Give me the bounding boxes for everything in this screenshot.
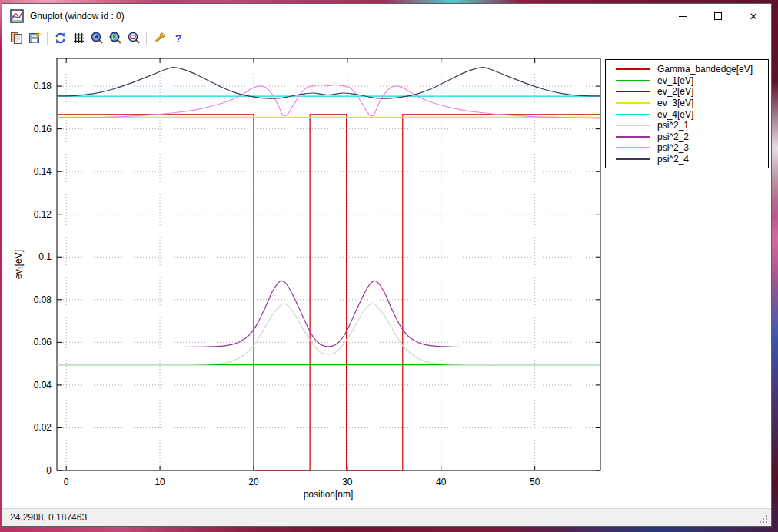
legend-label: ev_1[eV] <box>657 75 693 86</box>
svg-text:50: 50 <box>530 477 540 487</box>
legend-item: psi^2_4 <box>606 154 768 165</box>
settings-wrench-icon <box>153 32 166 45</box>
settings-button[interactable] <box>150 30 168 47</box>
zoom-next-button[interactable] <box>106 30 125 47</box>
svg-text:20: 20 <box>248 477 259 487</box>
legend-label: psi^2_1 <box>657 120 689 131</box>
legend-label: Gamma_bandedge[eV] <box>657 64 753 75</box>
svg-text:?: ? <box>175 32 181 45</box>
legend-item: ev_4[eV] <box>606 108 768 120</box>
legend-item: psi^2_2 <box>606 131 768 143</box>
svg-text:30: 30 <box>342 477 353 487</box>
plot-canvas[interactable]: 0102030405000.020.040.060.080.10.120.140… <box>2 48 771 508</box>
legend: Gamma_bandedge[eV]ev_1[eV]ev_2[eV]ev_3[e… <box>605 59 769 168</box>
zoom-previous-icon <box>91 32 104 45</box>
zoom-next-icon <box>109 32 122 45</box>
gnuplot-app-icon <box>10 9 24 23</box>
svg-text:0.02: 0.02 <box>34 422 52 433</box>
toolbar-separator <box>47 32 48 45</box>
zoom-previous-button[interactable] <box>88 30 106 47</box>
maximize-button[interactable] <box>700 4 736 28</box>
svg-text:0.12: 0.12 <box>34 209 52 220</box>
legend-item: psi^2_1 <box>606 120 768 131</box>
legend-line-sample <box>616 80 650 81</box>
legend-line-sample <box>616 147 650 148</box>
legend-label: psi^2_4 <box>657 154 689 165</box>
svg-text:0.18: 0.18 <box>34 81 52 91</box>
close-icon: ✕ <box>750 12 758 22</box>
svg-text:0: 0 <box>46 465 52 476</box>
y-axis-label: ev₁[eV] <box>13 250 24 279</box>
save-button[interactable] <box>25 30 44 47</box>
maximize-icon <box>714 12 722 20</box>
legend-item: ev_2[eV] <box>606 86 768 98</box>
legend-label: psi^2_3 <box>657 142 689 153</box>
legend-label: ev_2[eV] <box>657 86 693 97</box>
legend-label: ev_4[eV] <box>657 109 693 120</box>
legend-label: psi^2_2 <box>657 131 689 142</box>
legend-item: ev_1[eV] <box>606 75 768 87</box>
toolbar-separator <box>146 32 147 45</box>
gnuplot-window: Gnuplot (window id : 0) ✕ <box>2 3 772 527</box>
legend-line-sample <box>616 68 650 70</box>
unzoom-button[interactable] <box>125 30 143 47</box>
svg-text:0.08: 0.08 <box>34 294 52 305</box>
svg-text:0: 0 <box>64 477 69 487</box>
legend-line-sample <box>616 114 650 115</box>
x-axis-label: position[nm] <box>213 489 444 500</box>
legend-item: psi^2_3 <box>606 142 768 154</box>
status-bar: 24.2908, 0.187463 <box>2 508 771 526</box>
minimize-icon <box>679 16 687 17</box>
unzoom-icon <box>128 32 141 45</box>
close-button[interactable]: ✕ <box>736 4 771 28</box>
svg-text:10: 10 <box>155 477 165 487</box>
svg-text:40: 40 <box>436 477 447 487</box>
copy-to-clipboard-button[interactable] <box>7 30 25 47</box>
window-title: Gnuplot (window id : 0) <box>30 11 665 22</box>
svg-text:0.16: 0.16 <box>34 124 52 135</box>
svg-text:0.06: 0.06 <box>34 337 52 347</box>
help-icon: ? <box>171 32 185 45</box>
mouse-coordinates: 24.2908, 0.187463 <box>10 512 87 523</box>
legend-item: Gamma_bandedge[eV] <box>606 64 768 75</box>
legend-label: ev_3[eV] <box>657 98 693 108</box>
legend-item: ev_3[eV] <box>606 98 768 109</box>
legend-line-sample <box>616 102 650 104</box>
legend-line-sample <box>616 158 650 160</box>
grid-toggle-button[interactable] <box>69 30 88 47</box>
legend-line-sample <box>616 136 650 138</box>
svg-text:0.1: 0.1 <box>38 251 52 262</box>
title-bar[interactable]: Gnuplot (window id : 0) ✕ <box>2 4 771 28</box>
minimize-button[interactable] <box>665 4 700 28</box>
legend-line-sample <box>616 125 650 126</box>
resize-grip[interactable] <box>766 521 767 523</box>
help-button[interactable]: ? <box>168 30 187 47</box>
copy-to-clipboard-icon <box>10 32 23 45</box>
svg-text:0.04: 0.04 <box>34 380 52 391</box>
replot-icon <box>54 32 67 45</box>
svg-text:0.14: 0.14 <box>34 166 52 177</box>
replot-button[interactable] <box>51 30 69 47</box>
toolbar: ? <box>2 28 771 48</box>
legend-line-sample <box>616 91 650 92</box>
save-icon <box>28 32 42 45</box>
grid-toggle-icon <box>72 32 85 45</box>
